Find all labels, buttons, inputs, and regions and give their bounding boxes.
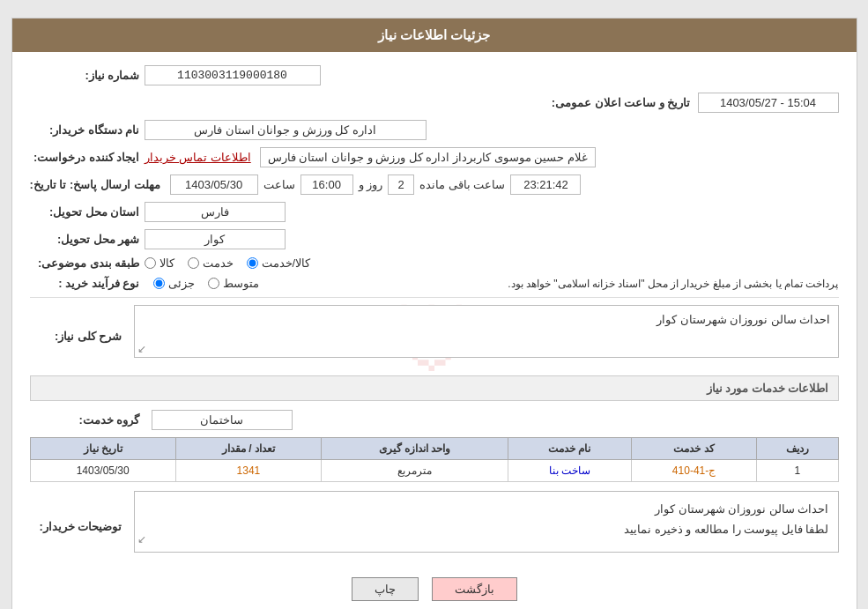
cell-tedad: 1341	[175, 460, 321, 482]
tabaqe-radio-group: کالا/خدمت خدمت کالا	[145, 256, 311, 270]
shahr-value: کوار	[145, 229, 286, 249]
shahr-row: کوار شهر محل تحویل:	[30, 229, 839, 249]
khadamat-section-title: اطلاعات خدمات مورد نیاز	[30, 375, 839, 401]
nooe-jozii-label: جزئی	[168, 277, 195, 290]
tabaqe-khedmat-label: خدمت	[203, 256, 234, 270]
nooe-radio-group: متوسط جزئی	[153, 277, 259, 290]
ostan-value: فارس	[145, 202, 286, 222]
nooe-mottaset: متوسط	[208, 277, 259, 290]
mohlat-label: مهلت ارسال پاسخ: تا تاریخ:	[30, 178, 165, 191]
print-button[interactable]: چاپ	[352, 577, 419, 601]
mohlat-days-value: 2	[388, 175, 414, 195]
tawzihat-line1: احداث سالن نوروزان شهرستان کوار	[144, 499, 829, 519]
shomara-niaz-row: 1103003119000180 شماره نیاز:	[30, 65, 839, 85]
tabaqe-kala-label: کالا	[160, 256, 174, 270]
grooh-label: گروه خدمت:	[30, 413, 145, 427]
mohlat-remaining: 23:21:42	[510, 175, 581, 195]
content-area: 🛡 1103003119000180 شماره نیاز: 1403/05/2…	[12, 52, 857, 609]
name-dastgah-row: اداره کل ورزش و جوانان استان فارس نام دس…	[30, 120, 839, 140]
nooe-farayand-text: پرداخت تمام یا بخشی از مبلغ خریدار از مح…	[268, 278, 839, 290]
page-header: جزئیات اطلاعات نیاز	[12, 19, 857, 52]
ostan-row: فارس استان محل تحویل:	[30, 202, 839, 222]
shahr-label: شهر محل تحویل:	[30, 233, 145, 246]
page-title: جزئیات اطلاعات نیاز	[378, 27, 490, 42]
nooe-jozii-radio[interactable]	[153, 278, 165, 289]
mohlat-remaining-label: ساعت باقی مانده	[419, 178, 505, 191]
name-dastgah-label: نام دستگاه خریدار:	[30, 123, 145, 137]
buttons-row: بازگشت چاپ	[30, 568, 839, 609]
nooe-farayand-label: نوع فرآیند خرید :	[30, 277, 145, 290]
ijad-konande-label: ایجاد کننده درخواست:	[30, 151, 145, 164]
tawzihat-row: احداث سالن نوروزان شهرستان کوار لطفا فای…	[30, 491, 839, 561]
col-vahed: واحد اندازه گیری	[322, 438, 508, 460]
taarikh-aalan-value: 1403/05/27 - 15:04	[698, 93, 839, 113]
shomara-niaz-label: شماره نیاز:	[30, 69, 145, 82]
tabaqe-khedmat: خدمت	[188, 256, 234, 270]
ijad-konande-row: غلام حسین موسوی کاربرداز اداره کل ورزش و…	[30, 147, 839, 167]
sharh-value: احداث سالن نوروزان شهرستان کوار	[657, 313, 830, 326]
back-button[interactable]: بازگشت	[432, 577, 517, 601]
mohlat-time-value: 16:00	[300, 175, 353, 195]
col-name: نام خدمت	[508, 438, 631, 460]
cell-name: ساخت بنا	[508, 460, 631, 482]
grooh-value: ساختمان	[152, 410, 293, 430]
col-radif: ردیف	[757, 438, 838, 460]
shomara-niaz-value: 1103003119000180	[145, 65, 321, 85]
taarikh-aalan-row: 1403/05/27 - 15:04 تاریخ و ساعت اعلان عم…	[30, 93, 839, 113]
col-tedad: تعداد / مقدار	[175, 438, 321, 460]
cell-kod: ج-41-410	[631, 460, 756, 482]
services-table: ردیف کد خدمت نام خدمت واحد اندازه گیری ت…	[30, 437, 839, 482]
nooe-jozii: جزئی	[153, 277, 195, 290]
mohlat-date-value: 1403/05/30	[170, 175, 258, 195]
nooe-mottaset-radio[interactable]	[208, 278, 219, 289]
page-container: جزئیات اطلاعات نیاز 🛡 1103003119000180 ش…	[11, 18, 857, 609]
sharh-label: شرح کلی نیاز:	[30, 330, 127, 343]
name-dastgah-value: اداره کل ورزش و جوانان استان فارس	[145, 120, 427, 140]
tabaqe-kala: کالا	[145, 256, 174, 270]
table-header-row: ردیف کد خدمت نام خدمت واحد اندازه گیری ت…	[30, 438, 838, 460]
tawzihat-line2: لطفا فایل پیوست را مطالعه و ذخیره نمایید	[144, 519, 829, 539]
contact-link[interactable]: اطلاعات تماس خریدار	[145, 151, 251, 164]
cell-radif: 1	[757, 460, 838, 482]
tabaqe-kala-khedmat-radio[interactable]	[247, 257, 258, 269]
grooh-row: ساختمان گروه خدمت:	[30, 410, 839, 430]
tawzihat-label: توضیحات خریدار:	[30, 520, 127, 533]
sharh-box: احداث سالن نوروزان شهرستان کوار	[134, 305, 839, 358]
taarikh-left: 1403/05/27 - 15:04 تاریخ و ساعت اعلان عم…	[552, 93, 839, 113]
cell-vahed: مترمربع	[322, 460, 508, 482]
mohlat-time-label: ساعت	[263, 178, 295, 191]
tabaqe-kala-radio[interactable]	[145, 257, 156, 269]
table-row: 1 ج-41-410 ساخت بنا مترمربع 1341 1403/05…	[30, 460, 838, 482]
sharh-row: احداث سالن نوروزان شهرستان کوار شرح کلی …	[30, 305, 839, 367]
tabaqe-row: کالا/خدمت خدمت کالا طبقه بندی موضوعی:	[30, 256, 839, 270]
col-kod: کد خدمت	[631, 438, 756, 460]
tabaqe-label: طبقه بندی موضوعی:	[30, 256, 145, 270]
nooe-mottaset-label: متوسط	[223, 277, 259, 290]
tabaqe-kala-khedmat: کالا/خدمت	[247, 256, 311, 270]
nooe-farayand-row: پرداخت تمام یا بخشی از مبلغ خریدار از مح…	[30, 277, 839, 290]
col-tarikh: تاریخ نیاز	[30, 438, 175, 460]
ostan-label: استان محل تحویل:	[30, 205, 145, 219]
mohlat-row: 23:21:42 ساعت باقی مانده 2 روز و 16:00 س…	[30, 175, 839, 195]
cell-tarikh: 1403/05/30	[30, 460, 175, 482]
taarikh-aalan-label: تاریخ و ساعت اعلان عمومی:	[552, 96, 691, 109]
tawzihat-box: احداث سالن نوروزان شهرستان کوار لطفا فای…	[134, 491, 839, 553]
ijad-konande-value: غلام حسین موسوی کاربرداز اداره کل ورزش و…	[260, 147, 596, 167]
tabaqe-kala-khedmat-label: کالا/خدمت	[262, 256, 311, 270]
mohlat-days-label: روز و	[359, 178, 383, 191]
tabaqe-khedmat-radio[interactable]	[188, 257, 199, 269]
